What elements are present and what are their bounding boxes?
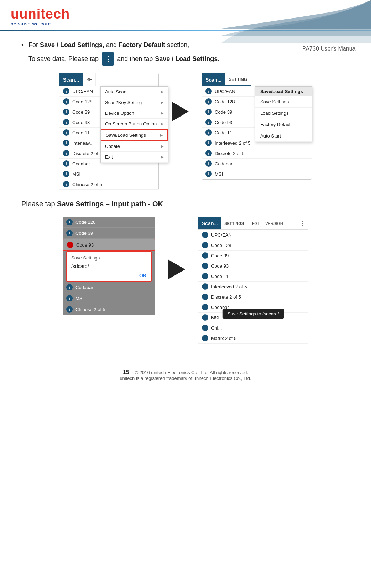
footer-copyright: © 2016 unitech Electronics Co., Ltd. All… [135,370,248,375]
info-icon: i [205,140,212,146]
info-icon: i [63,129,69,136]
chevron-icon: ▶ [161,111,163,115]
left-screen: Scan... SE i UPC/EAN i Code 128 i Code 3… [59,73,159,190]
save-dialog-ok-button[interactable]: OK [71,273,147,278]
bottom-left-list: i Code 128 i Code 39 i Code 93 Save Sett… [63,217,155,315]
info-icon: i [205,160,212,167]
section2-title: Please tap Save Settings – input path - … [21,200,350,208]
setting-tab: SETTING [225,73,251,86]
list-item: i Matrix 2 of 5 [198,333,308,344]
list-item: i Interleaved 2 of 5 [198,282,308,292]
chevron-icon: ▶ [161,122,163,126]
section2: Please tap Save Settings – input path - … [21,200,350,344]
menu-screen-button[interactable]: On Screen Button Option ▶ [101,119,168,129]
info-icon: i [63,88,69,94]
menu-auto-scan[interactable]: Auto Scan ▶ [101,87,168,97]
info-icon: i [205,129,212,136]
menu-icon-box: ⋮ [102,52,114,66]
list-item: i Code 128 [198,240,308,251]
chevron-icon: ▶ [161,89,163,94]
list-item: i Code 39 [198,251,308,261]
chevron-icon: ▶ [161,100,163,105]
list-item: i Code 11 [198,271,308,282]
list-item: i MSI [63,293,155,304]
list-item: i Code 39 [63,228,155,239]
logo-u: u [11,6,19,21]
menu-save-load[interactable]: Save/Load Settings ▶ [101,129,168,141]
info-icon: i [63,181,69,187]
list-item: i Codabar [202,159,312,169]
scan-bar-right: Scan... SETTING [202,73,312,86]
save-dialog-title: Save Settings [71,255,147,261]
instr-mid: and then tap [117,55,153,63]
screenshots-row-1: Scan... SE i UPC/EAN i Code 128 i Code 3… [21,73,350,190]
toast-notification: Save Settings to /sdcard/ [223,309,284,319]
footer-trademark: unitech is a registered trademark of uni… [120,376,251,381]
info-icon: i [205,119,212,125]
list-item: i Chi... Save Settings to /sdcard/ [198,323,308,333]
dropdown-auto-start[interactable]: Auto Start [255,130,312,142]
chevron-icon: ▶ [160,133,163,138]
info-icon: i [63,109,69,115]
chevron-icon: ▶ [161,144,163,149]
dropdown-header: Save/Load Settings [255,87,312,96]
info-icon: i [66,230,73,236]
dropdown-save-settings[interactable]: Save Settings [255,96,312,108]
list-item: i Discrete 2 of 5 [198,292,308,302]
info-icon: i [202,314,208,321]
scan-label-br: Scan... [198,217,221,229]
instruction-text: To save data, Please tap ⋮ and then tap … [28,52,350,66]
info-icon: i [63,140,69,146]
info-icon: i [63,160,69,167]
right-screen: Scan... SETTING i UPC/EAN i Code 128 i C… [202,73,312,180]
dropdown-factory-default[interactable]: Factory Default [255,119,312,130]
chevron-icon: ▶ [161,155,163,159]
main-content: For Save / Load Settings, and Factory De… [0,31,371,362]
scan-label-right: Scan... [202,73,225,86]
save-path-input[interactable] [71,263,147,270]
info-icon: i [67,242,73,248]
arrow-box-1 [169,102,191,122]
bottom-row: i Code 128 i Code 39 i Code 93 Save Sett… [21,217,350,344]
tab-settings[interactable]: SETTINGS [221,217,247,229]
three-dots-icon: ⋮ [105,55,111,62]
dropdown-load-settings[interactable]: Load Settings [255,108,312,119]
instr-pre: To save data, Please tap [28,55,99,63]
instr-bold: Save / Load Settings. [155,55,219,63]
list-item: i MSI [59,169,158,179]
info-icon: i [66,306,73,313]
bottom-right-phone: Scan... SETTINGS TEST VERSION ⋮ i UPC/EA… [198,217,308,344]
menu-device-option[interactable]: Device Option ▶ [101,108,168,119]
dropdown-overlay: Save/Load Settings Save Settings Load Se… [255,86,312,142]
save-dialog: Save Settings OK [66,251,152,282]
bullet-text: For Save / Load Settings, and Factory De… [21,41,350,49]
section2-bold: Save Settings – input path - OK [57,200,163,208]
info-icon: i [205,150,212,156]
info-icon: i [202,232,208,238]
logo-tagline: because we care [11,21,70,26]
info-icon: i [202,283,208,290]
scan-bar-left: Scan... SE [59,73,158,86]
info-icon: i [63,98,69,105]
scan-tab-left: SE [83,73,96,86]
bullet-section: For Save / Load Settings, and Factory De… [21,41,350,66]
info-icon: i [202,273,208,279]
logo-area: uunitech because we care [11,6,70,26]
list-item: i Code 93 [198,261,308,271]
three-dots-icon[interactable]: ⋮ [297,217,308,229]
info-icon: i [205,98,212,105]
list-item-code93-highlighted: i Code 93 [63,239,155,251]
menu-scan2key[interactable]: Scan2Key Setting ▶ [101,97,168,108]
info-icon: i [66,295,73,301]
list-item: i Chinese 2 of 5 [59,179,158,190]
info-icon: i [63,171,69,177]
info-icon: i [205,109,212,115]
menu-exit[interactable]: Exit ▶ [101,152,168,163]
info-icon: i [202,304,208,310]
tab-test[interactable]: TEST [247,217,262,229]
arrow-box-2 [166,259,187,279]
tab-version[interactable]: VERSION [262,217,286,229]
logo: uunitech [11,6,70,22]
menu-update[interactable]: Update ▶ [101,141,168,152]
list-item: i Chinese 2 of 5 [63,304,155,315]
